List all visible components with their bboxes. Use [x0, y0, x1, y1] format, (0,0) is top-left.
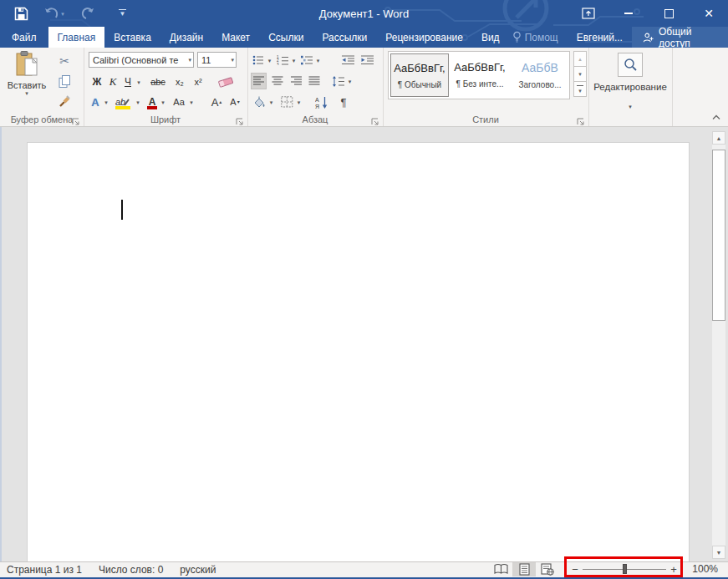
share-button[interactable]: Общий доступ — [632, 27, 728, 48]
bullets-button[interactable] — [251, 52, 266, 69]
align-left-button[interactable] — [251, 73, 267, 89]
copy-button[interactable] — [53, 73, 75, 89]
collapse-ribbon-button[interactable] — [709, 111, 724, 123]
document-page[interactable] — [27, 142, 690, 561]
multilevel-list-button[interactable] — [299, 52, 314, 69]
align-center-button[interactable] — [269, 73, 285, 89]
numbering-button[interactable]: 123 — [275, 52, 290, 69]
paragraph-dialog-launcher[interactable] — [371, 114, 379, 123]
styles-scroll-down-button[interactable]: ▾ — [573, 66, 587, 82]
text-effects-button[interactable]: А — [89, 94, 102, 110]
close-button[interactable]: ✕ — [695, 0, 723, 27]
highlight-dropdown[interactable]: ▾ — [134, 94, 142, 110]
change-case-dropdown[interactable]: ▾ — [187, 94, 196, 110]
italic-button[interactable]: К — [107, 74, 119, 90]
tab-file[interactable]: Файл — [0, 27, 48, 48]
underline-dropdown[interactable]: ▾ — [135, 74, 143, 90]
font-group: Calibri (Основной те ▾ 11 ▾ Ж К Ч ▾ abc … — [84, 48, 248, 126]
tab-review[interactable]: Рецензирование — [376, 27, 472, 48]
shading-dropdown[interactable]: ▾ — [267, 94, 275, 110]
scrollbar-thumb[interactable] — [712, 150, 725, 321]
tell-me-button[interactable]: Помощ — [509, 27, 568, 48]
format-painter-button[interactable] — [53, 93, 75, 109]
line-spacing-dropdown[interactable]: ▾ — [346, 73, 354, 89]
numbering-dropdown[interactable]: ▾ — [290, 52, 298, 69]
style-normal[interactable]: АаБбВвГг, ¶ Обычный — [390, 53, 449, 97]
tab-home[interactable]: Главная — [48, 27, 105, 48]
save-button[interactable] — [8, 3, 33, 24]
show-paragraph-marks-button[interactable]: ¶ — [336, 94, 351, 110]
ribbon-display-options-button[interactable] — [574, 0, 603, 27]
paste-label: Вставить — [8, 80, 47, 90]
multilevel-list-dropdown[interactable]: ▾ — [314, 52, 322, 69]
maximize-button[interactable] — [654, 0, 683, 27]
scrollbar-up-button[interactable]: ▲ — [712, 131, 725, 145]
text-effects-dropdown[interactable]: ▾ — [102, 94, 110, 110]
style-no-spacing[interactable]: АаБбВвГг, ¶ Без инте... — [451, 53, 509, 97]
zoom-slider-control: − + — [569, 564, 680, 575]
styles-more-button[interactable]: ▾ — [573, 81, 587, 97]
format-painter-icon — [59, 95, 71, 108]
styles-scroll-up-button[interactable]: ▴ — [573, 51, 587, 67]
tab-design[interactable]: Дизайн — [160, 27, 212, 48]
editing-dropdown[interactable]: ▾ — [588, 97, 672, 112]
strikethrough-button[interactable]: abc — [147, 74, 169, 90]
align-right-button[interactable] — [288, 73, 303, 89]
tab-layout[interactable]: Макет — [212, 27, 259, 48]
styles-dialog-launcher[interactable] — [577, 114, 585, 123]
borders-button[interactable] — [278, 94, 295, 110]
clipboard-dialog-launcher[interactable] — [72, 114, 80, 123]
tab-mailings[interactable]: Рассылки — [313, 27, 376, 48]
borders-dropdown[interactable]: ▾ — [295, 94, 303, 110]
vertical-scrollbar[interactable]: ▲ ▼ — [711, 130, 726, 560]
shrink-font-button[interactable]: А▾ — [227, 94, 242, 110]
zoom-slider-thumb[interactable] — [623, 564, 627, 574]
read-mode-button[interactable] — [489, 562, 512, 576]
style-heading1[interactable]: АаБбВ Заголово... — [511, 53, 569, 97]
zoom-out-button[interactable]: − — [569, 564, 581, 575]
customize-qat-button[interactable]: ▼ — [119, 9, 126, 18]
zoom-in-button[interactable]: + — [668, 564, 680, 575]
font-color-dropdown[interactable]: ▾ — [159, 94, 167, 110]
underline-button[interactable]: Ч — [122, 74, 134, 90]
font-color-button[interactable]: А — [145, 94, 159, 110]
cut-button[interactable]: ✂ — [53, 53, 75, 69]
tab-references[interactable]: Ссылки — [259, 27, 313, 48]
grow-font-button[interactable]: А▴ — [209, 94, 224, 110]
find-button[interactable] — [618, 53, 643, 77]
language-indicator[interactable]: русский — [180, 564, 216, 576]
person-plus-icon — [643, 32, 654, 43]
undo-button[interactable]: ▾ — [42, 3, 67, 24]
scrollbar-down-button[interactable]: ▼ — [712, 546, 725, 559]
web-layout-button[interactable] — [536, 562, 559, 576]
sort-button[interactable]: А Я — [313, 94, 331, 110]
decrease-indent-button[interactable] — [339, 52, 356, 69]
page-indicator[interactable]: Страница 1 из 1 — [7, 564, 82, 576]
style-name: ¶ Без инте... — [451, 79, 509, 89]
web-layout-icon — [541, 563, 554, 576]
justify-button[interactable] — [306, 73, 322, 89]
font-name-combo[interactable]: Calibri (Основной те ▾ — [89, 52, 194, 68]
zoom-percentage[interactable]: 100% — [685, 563, 718, 575]
paste-button[interactable]: Вставить ▾ — [5, 51, 48, 111]
line-spacing-button[interactable] — [329, 73, 346, 89]
minimize-button[interactable] — [614, 0, 643, 27]
font-dialog-launcher[interactable] — [236, 114, 244, 123]
bold-button[interactable]: Ж — [90, 74, 104, 90]
print-layout-button[interactable] — [512, 562, 536, 576]
shading-button[interactable] — [251, 94, 267, 110]
highlight-button[interactable]: ab — [114, 94, 132, 110]
font-size-combo[interactable]: 11 ▾ — [197, 52, 237, 68]
tab-view[interactable]: Вид — [472, 27, 509, 48]
superscript-button[interactable]: x² — [191, 74, 206, 90]
subscript-button[interactable]: x₂ — [172, 74, 187, 90]
increase-indent-button[interactable] — [359, 52, 375, 69]
word-count[interactable]: Число слов: 0 — [99, 564, 163, 576]
account-user-button[interactable]: Евгений... — [568, 27, 632, 48]
zoom-slider-track[interactable] — [583, 564, 666, 574]
change-case-button[interactable]: Аа — [171, 94, 187, 110]
redo-button[interactable] — [75, 3, 100, 24]
clear-formatting-button[interactable] — [216, 74, 236, 90]
bullets-dropdown[interactable]: ▾ — [266, 52, 273, 69]
tab-insert[interactable]: Вставка — [104, 27, 160, 48]
